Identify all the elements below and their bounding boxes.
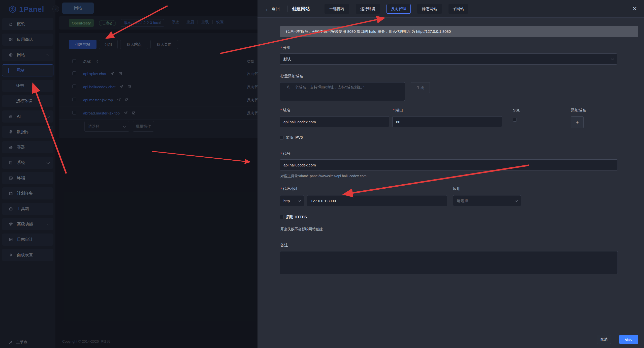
- ssl-label: SSL: [513, 108, 520, 112]
- chevron-down-icon: [515, 199, 518, 202]
- modal-overlay: [0, 0, 257, 348]
- tab-static-site[interactable]: 静态网站: [417, 4, 442, 14]
- divider: [287, 6, 287, 12]
- generate-button[interactable]: 生成: [411, 82, 430, 93]
- batch-domain-label: 批量添加域名: [280, 74, 303, 79]
- drawer-header: ← 返回 创建网站 一键部署 运行环境 反向代理 静态网站 子网站 ✕: [257, 0, 644, 18]
- ssl-checkbox[interactable]: [513, 118, 517, 122]
- info-banner: 代理已有服务。例如本机已安装使用 8080 端口的 halo 服务，那么代理地址…: [280, 26, 638, 37]
- tab-subsite[interactable]: 子网站: [448, 4, 468, 14]
- alias-input[interactable]: [280, 159, 618, 170]
- https-label: 启用 HTTPS: [286, 215, 307, 219]
- back-arrow-icon[interactable]: ←: [265, 7, 270, 12]
- proxy-address-label: *代理地址: [280, 186, 298, 191]
- group-label: *分组: [280, 45, 290, 50]
- create-website-drawer: ← 返回 创建网站 一键部署 运行环境 反向代理 静态网站 子网站 ✕ 代理已有…: [257, 0, 644, 348]
- chevron-down-icon: [611, 57, 614, 60]
- alias-label: *代号: [280, 151, 290, 156]
- https-row: 启用 HTTPS: [280, 215, 307, 219]
- proxy-address-input[interactable]: [307, 195, 447, 206]
- back-button[interactable]: 返回: [272, 6, 280, 12]
- ipv6-label: 监听 IPV6: [286, 135, 303, 140]
- tab-reverse-proxy[interactable]: 反向代理: [387, 4, 411, 14]
- port-label: *端口: [393, 108, 403, 113]
- alias-hint: 对应主目录:/data/1panel/www/sites/api.halluco…: [280, 174, 367, 179]
- chevron-down-icon: [298, 199, 301, 202]
- cancel-button[interactable]: 取消: [597, 335, 611, 344]
- https-checkbox[interactable]: [280, 215, 283, 219]
- confirm-button[interactable]: 确认: [619, 335, 638, 344]
- drawer-title: 创建网站: [292, 6, 310, 12]
- batch-domain-textarea[interactable]: [280, 82, 405, 101]
- add-domain-button[interactable]: +: [571, 116, 584, 128]
- domain-input[interactable]: [280, 116, 389, 127]
- add-domain-label: 添加域名: [571, 108, 586, 113]
- protocol-select[interactable]: http: [280, 195, 304, 206]
- app-select[interactable]: 请选择: [453, 195, 521, 206]
- domain-label: *域名: [280, 108, 290, 113]
- app-label: 应用: [453, 186, 461, 191]
- close-icon[interactable]: ✕: [632, 6, 637, 12]
- https-hint: 开启失败不会影响网站创建: [280, 227, 323, 231]
- tab-runtime[interactable]: 运行环境: [356, 4, 380, 14]
- group-select[interactable]: 默认: [280, 53, 617, 65]
- drawer-footer: 取消 确认: [257, 331, 644, 348]
- ipv6-row: 监听 IPV6: [280, 135, 303, 140]
- remark-label: 备注: [280, 243, 288, 248]
- tab-one-click-deploy[interactable]: 一键部署: [325, 4, 349, 14]
- remark-textarea[interactable]: [280, 251, 618, 274]
- port-input[interactable]: [392, 116, 502, 127]
- ipv6-checkbox[interactable]: [280, 136, 283, 139]
